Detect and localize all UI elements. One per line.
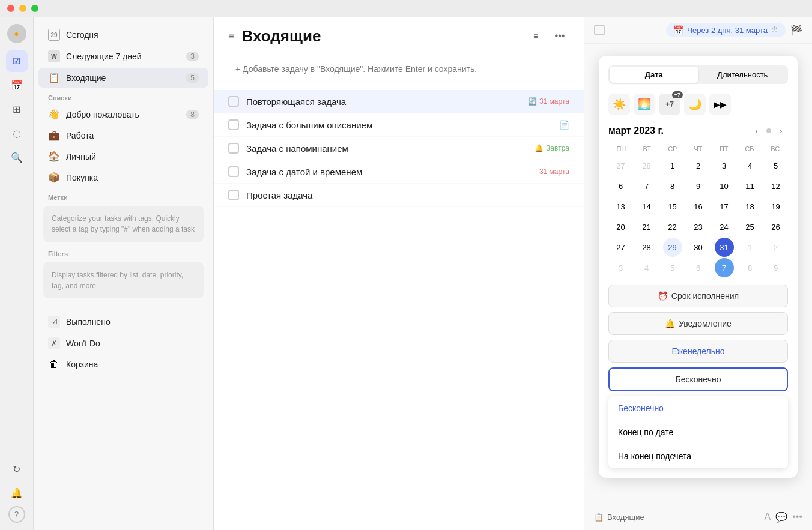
task-item[interactable]: Простая задача: [214, 184, 584, 207]
sidebar-item-shopping[interactable]: 📦 Покупка: [38, 167, 208, 187]
cal-day[interactable]: 6: [689, 258, 708, 277]
cal-day[interactable]: 18: [741, 197, 760, 216]
recurrence-btn[interactable]: Бесконечно: [608, 367, 788, 391]
sidebar-item-welcome[interactable]: 👋 Добро пожаловать 8: [38, 104, 208, 124]
sidebar-item-trash[interactable]: 🗑 Корзина: [38, 355, 208, 374]
minimize-button[interactable]: [19, 5, 26, 12]
cal-next[interactable]: ›: [774, 124, 788, 138]
cal-day[interactable]: 13: [611, 197, 631, 216]
cal-day[interactable]: 3: [715, 156, 734, 175]
sidebar-item-wontdo[interactable]: ✗ Won't Do: [38, 333, 208, 354]
maximize-button[interactable]: [31, 5, 38, 12]
cal-day[interactable]: 15: [663, 197, 682, 216]
task-item[interactable]: Задача с большим описанием 📄: [214, 113, 584, 137]
cal-day[interactable]: 9: [689, 176, 708, 196]
dropdown-item-end-count[interactable]: На конец подсчета: [608, 444, 788, 468]
cal-day-today[interactable]: 29: [663, 238, 682, 257]
add-task-input[interactable]: [228, 59, 569, 79]
cal-day[interactable]: 1: [741, 238, 760, 257]
cal-day[interactable]: 17: [715, 197, 734, 216]
cal-day[interactable]: 6: [611, 176, 631, 196]
nav-calendar[interactable]: 📅: [6, 74, 28, 96]
nav-search[interactable]: 🔍: [6, 146, 28, 168]
quick-icon-sun[interactable]: ☀️: [608, 94, 630, 115]
cal-day[interactable]: 14: [637, 197, 656, 216]
close-button[interactable]: [7, 5, 14, 12]
task-item[interactable]: Повторяющаяся задача 🔄 31 марта: [214, 90, 584, 113]
cal-day[interactable]: 28: [637, 156, 656, 175]
cal-day-next[interactable]: 7: [715, 258, 734, 277]
cal-day[interactable]: 21: [637, 217, 656, 236]
cal-day[interactable]: 2: [766, 238, 786, 257]
cal-tab-date[interactable]: Дата: [610, 67, 698, 83]
quick-icon-plus7[interactable]: +7 +7: [659, 94, 680, 115]
cal-day[interactable]: 8: [663, 176, 682, 196]
cal-tab-duration[interactable]: Длительность: [698, 67, 787, 83]
cal-day[interactable]: 30: [689, 238, 708, 257]
cal-day[interactable]: 20: [611, 217, 631, 236]
task-checkbox[interactable]: [228, 166, 239, 177]
menu-icon[interactable]: ≡: [228, 30, 235, 43]
cal-day[interactable]: 11: [741, 176, 760, 196]
cal-day[interactable]: 3: [611, 258, 631, 277]
quick-icon-forward[interactable]: ▶▶: [709, 94, 731, 115]
sidebar-item-done[interactable]: ☑ Выполнено: [38, 312, 208, 332]
task-checkbox[interactable]: [228, 190, 239, 200]
nav-apps[interactable]: ⊞: [6, 98, 28, 120]
avatar[interactable]: ●: [7, 24, 26, 43]
cal-day-selected[interactable]: 31: [715, 238, 734, 257]
sidebar-item-work[interactable]: 💼 Работа: [38, 125, 208, 145]
quick-icon-sunset[interactable]: 🌅: [634, 94, 655, 115]
nav-inbox[interactable]: ☑: [6, 50, 28, 72]
cal-day[interactable]: 23: [689, 217, 708, 236]
cal-day[interactable]: 26: [766, 217, 786, 236]
cal-day[interactable]: 19: [766, 197, 786, 216]
cal-day[interactable]: 5: [766, 156, 786, 175]
task-item[interactable]: Задача с напоминанием 🔔 Завтра: [214, 137, 584, 160]
more-btn[interactable]: •••: [550, 26, 569, 46]
cal-day[interactable]: 25: [741, 217, 760, 236]
nav-timer[interactable]: ◌: [6, 122, 28, 144]
task-checkbox[interactable]: [228, 96, 239, 107]
cal-day[interactable]: 27: [611, 238, 631, 257]
more-options-btn[interactable]: •••: [792, 511, 802, 523]
cal-day[interactable]: 4: [637, 258, 656, 277]
dropdown-item-infinite[interactable]: Бесконечно: [608, 396, 788, 420]
repeat-btn[interactable]: Еженедельно: [608, 340, 788, 363]
quick-icon-moon[interactable]: 🌙: [684, 94, 706, 115]
list-view-btn[interactable]: ≡: [526, 26, 545, 46]
task-item[interactable]: Задача с датой и временем 31 марта: [214, 160, 584, 184]
cal-day[interactable]: 27: [611, 156, 631, 175]
cal-day[interactable]: 16: [689, 197, 708, 216]
sidebar-item-next7[interactable]: W Следующие 7 дней 3: [38, 46, 208, 67]
task-checkbox[interactable]: [228, 119, 239, 130]
deadline-btn[interactable]: ⏰ Срок исполнения: [608, 285, 788, 307]
cal-day[interactable]: 24: [715, 217, 734, 236]
cal-day[interactable]: 28: [637, 238, 656, 257]
cal-day[interactable]: 22: [663, 217, 682, 236]
cal-day[interactable]: 8: [741, 258, 760, 277]
cal-day[interactable]: 10: [715, 176, 734, 196]
cal-prev[interactable]: ‹: [750, 124, 764, 138]
sidebar-item-inbox[interactable]: 📋 Входящие 5: [38, 68, 208, 88]
detail-checkbox[interactable]: [594, 25, 605, 35]
sidebar-item-personal[interactable]: 🏠 Личный: [38, 146, 208, 166]
task-checkbox[interactable]: [228, 143, 239, 154]
date-badge[interactable]: 📅 Через 2 дня, 31 марта ⏱: [666, 23, 786, 37]
notification-btn[interactable]: 🔔 Уведомление: [608, 312, 788, 335]
nav-bell[interactable]: 🔔: [6, 482, 28, 504]
nav-help[interactable]: ?: [8, 506, 25, 523]
dropdown-item-end-date[interactable]: Конец по дате: [608, 420, 788, 444]
cal-day[interactable]: 2: [689, 156, 708, 175]
cal-day[interactable]: 7: [637, 176, 656, 196]
nav-sync[interactable]: ↻: [6, 458, 28, 480]
sidebar-item-today[interactable]: 29 Сегодня: [38, 25, 208, 45]
flag-icon[interactable]: 🏁: [790, 25, 802, 36]
text-format-btn[interactable]: A: [765, 511, 771, 523]
comment-btn[interactable]: 💬: [775, 511, 787, 523]
cal-day[interactable]: 1: [663, 156, 682, 175]
cal-day[interactable]: 9: [766, 258, 786, 277]
cal-day[interactable]: 12: [766, 176, 786, 196]
cal-day[interactable]: 4: [741, 156, 760, 175]
cal-day[interactable]: 5: [663, 258, 682, 277]
